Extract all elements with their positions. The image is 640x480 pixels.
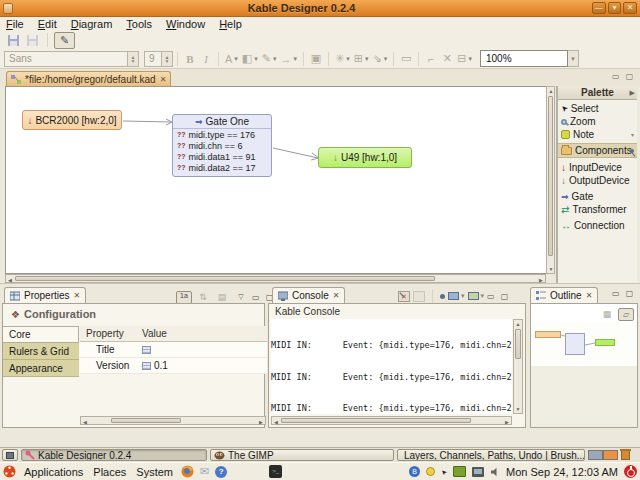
outline-content[interactable]: ▦ ▱ [530, 303, 638, 428]
output-device-node[interactable]: ↓ U49 [hw:1,0] [318, 147, 412, 168]
palette-item-transformer[interactable]: ⇄ Transformer [558, 203, 637, 216]
menu-system[interactable]: System [134, 466, 175, 478]
console-tab[interactable]: Console ✕ [272, 287, 345, 303]
line-style-icon[interactable]: →▾ [279, 51, 300, 67]
help-icon[interactable] [215, 466, 227, 478]
menu-diagram[interactable]: Diagram [71, 18, 113, 30]
workspace-1[interactable] [588, 450, 603, 460]
zoom-level-combo[interactable]: 100% [480, 50, 568, 67]
tab-close-icon[interactable]: ✕ [160, 75, 167, 84]
trash-icon[interactable] [621, 450, 630, 460]
palette-tool-zoom[interactable]: Zoom [558, 115, 637, 128]
nav-appearance[interactable]: Appearance [3, 360, 79, 377]
menu-applications[interactable]: Applications [22, 466, 85, 478]
workspace-2[interactable] [603, 450, 618, 460]
mail-icon[interactable]: ✉ [200, 465, 209, 478]
view-close-icon[interactable]: ✕ [333, 291, 340, 300]
font-size-combo[interactable]: 9 [144, 51, 162, 67]
input-tray-icon[interactable]: ➤ [439, 467, 449, 477]
editor-minimize-maximize-icons[interactable]: ▭ ▢ [612, 72, 635, 81]
maximize-button[interactable]: ▾ [608, 2, 622, 14]
rotate-icon[interactable]: ⌐ [423, 51, 439, 67]
properties-horizontal-scrollbar[interactable]: ◀ ▶ [80, 416, 266, 425]
bold-button[interactable]: B [182, 51, 198, 67]
console-horizontal-scrollbar[interactable]: ◀ ▶ [271, 416, 512, 425]
save-icon[interactable] [5, 32, 22, 48]
brightness-icon[interactable] [426, 467, 435, 476]
distribute-icon[interactable]: ⊞▾ [352, 51, 371, 67]
fill-color-icon[interactable]: ◧▾ [240, 51, 260, 67]
overview-icon[interactable]: ▦ [599, 306, 615, 322]
network-chip-icon[interactable] [453, 466, 466, 477]
view-minimize-maximize-icons[interactable]: ▭ ▢ [612, 289, 635, 298]
outline-thumbnail[interactable] [531, 322, 637, 427]
show-desktop-button[interactable] [2, 449, 18, 461]
font-family-combo[interactable]: Sans [4, 51, 128, 67]
scroll-left-icon[interactable]: ◀ [81, 418, 89, 426]
italic-button[interactable]: I [198, 51, 214, 67]
scroll-down-icon[interactable]: ▼ [514, 405, 522, 413]
palette-tool-select[interactable]: ➤ Select [558, 102, 637, 115]
scroll-right-icon[interactable]: ▶ [257, 418, 265, 426]
thumbnail-mode-icon[interactable]: ▱ [618, 308, 634, 321]
taskbar-window-gimp[interactable]: The GIMP [210, 449, 394, 461]
open-console-icon[interactable]: ▾ [468, 292, 485, 300]
palette-collapse-icon[interactable]: ▶ [630, 89, 635, 97]
power-button-icon[interactable] [624, 465, 637, 478]
console-vertical-scrollbar[interactable]: ▲ ▼ [513, 319, 523, 414]
minimize-button[interactable]: — [592, 2, 606, 14]
taskbar-window-kable[interactable]: Kable Designer 0.2.4 [21, 449, 207, 461]
display-console-icon[interactable]: ▾ [448, 292, 465, 300]
palette-header[interactable]: Palette ▶ [558, 86, 637, 100]
close-button[interactable]: ✕ [623, 2, 637, 14]
menu-edit[interactable]: Edit [38, 18, 57, 30]
pencil-tool-button[interactable]: ✎ [54, 32, 75, 49]
gate-node[interactable]: ⇒ Gate One midi.type == 176 midi.chn == … [172, 114, 272, 177]
menu-window[interactable]: Window [166, 18, 205, 30]
snap-icon[interactable]: ▭ [398, 51, 414, 67]
note-drawer-icon[interactable]: ▾ [631, 131, 634, 138]
table-row-version[interactable]: Version 0.1 [80, 358, 267, 374]
palette-tool-note[interactable]: Note ▾ [558, 128, 637, 141]
scrollbar-thumb[interactable] [548, 96, 553, 256]
canvas-horizontal-scrollbar[interactable]: ◀ ▶ [5, 274, 546, 283]
window-titlebar[interactable]: Kable Designer 0.2.4 — ▾ ✕ [0, 0, 640, 17]
scroll-down-icon[interactable]: ▼ [547, 265, 555, 273]
outline-tab[interactable]: Outline ✕ [530, 287, 598, 303]
table-row-title[interactable]: Title [80, 342, 267, 358]
volume-icon[interactable] [490, 467, 500, 477]
delete-icon[interactable]: ✕ [439, 51, 455, 67]
gate-rule[interactable]: midi.type == 176 [173, 129, 271, 140]
menu-file[interactable]: File [6, 18, 24, 30]
palette-item-gate[interactable]: ⇒ Gate [558, 190, 637, 203]
scroll-right-icon[interactable]: ▶ [503, 418, 511, 426]
zoom-dropdown-button[interactable]: ▼ [568, 50, 579, 67]
gate-rule[interactable]: midi.data1 == 91 [173, 151, 271, 162]
ubuntu-logo-icon[interactable] [3, 465, 16, 478]
display-tray-icon[interactable] [472, 467, 484, 477]
view-close-icon[interactable]: ✕ [74, 291, 81, 300]
font-family-spinner[interactable]: ▲▼ [128, 51, 139, 67]
order-icon[interactable]: ⇘▾ [371, 51, 390, 67]
scroll-lock-icon[interactable] [413, 291, 425, 302]
gate-node-header[interactable]: ⇒ Gate One [173, 115, 271, 129]
scroll-left-icon[interactable]: ◀ [272, 418, 280, 426]
menu-tools[interactable]: Tools [126, 18, 152, 30]
terminal-launcher-icon[interactable] [269, 465, 282, 478]
align-icon[interactable]: ✳▾ [333, 51, 352, 67]
console-output[interactable]: MIDI IN: Event: {midi.type=176, midi.chn… [271, 319, 512, 414]
scrollbar-thumb[interactable] [15, 276, 435, 281]
scrollbar-thumb[interactable] [281, 418, 471, 423]
palette-item-connection[interactable]: ↔ Connection [558, 219, 637, 232]
pin-icon[interactable] [630, 149, 634, 153]
scrollbar-thumb[interactable] [515, 329, 521, 359]
scrollbar-thumb[interactable] [111, 418, 181, 423]
gate-rule[interactable]: midi.chn == 6 [173, 140, 271, 151]
line-color-icon[interactable]: ✎▾ [260, 51, 279, 67]
taskbar-window-gimp-layers[interactable]: Layers, Channels, Paths, Undo | Brush... [397, 449, 585, 461]
pin-console-icon[interactable] [440, 294, 445, 299]
clock[interactable]: Mon Sep 24, 12:03 AM [506, 466, 618, 478]
view-close-icon[interactable]: ✕ [586, 291, 593, 300]
nav-rulers-grid[interactable]: Rulers & Grid [3, 343, 79, 360]
menu-help[interactable]: Help [219, 18, 242, 30]
